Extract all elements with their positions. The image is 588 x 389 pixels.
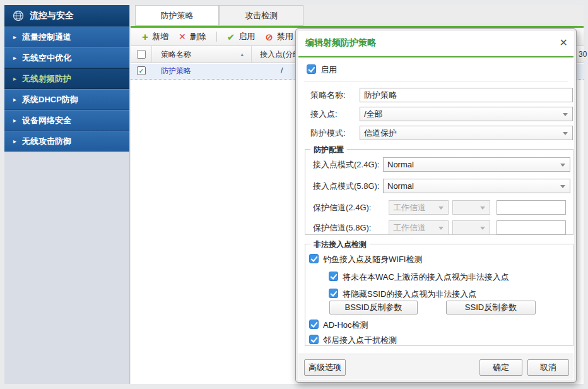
protect-channel-24-num-select: [452, 200, 490, 215]
cancel-button[interactable]: 取消: [527, 359, 569, 376]
sidebar: 流控与安全 ▸流量控制通道 ▸无线空中优化 ▸无线射频防护 ▸系统DHCP防御 …: [4, 5, 130, 384]
dialog-title-underline: [298, 56, 573, 57]
sidebar-item-label: 无线空中优化: [22, 53, 71, 63]
add-button-label: 新增: [152, 31, 168, 42]
chevron-down-icon: [480, 206, 485, 210]
ap-mode-24-select[interactable]: Normal: [383, 157, 570, 172]
select-all-checkbox[interactable]: [137, 50, 146, 59]
plus-icon: +: [142, 32, 148, 42]
ap-mode-24-value: Normal: [387, 160, 414, 169]
neighbor-interference-label: 邻居接入点干扰检测: [323, 335, 397, 345]
ap-mode-24-label: 接入点模式(2.4G):: [313, 157, 379, 172]
divider: [304, 81, 568, 81]
column-header-policy-name[interactable]: 策略名称 ▴: [152, 46, 252, 63]
dialog-inner: 编辑射频防护策略 ✕ 启用 策略名称: 接入点: /全部 防护模式: 信道保护 …: [298, 31, 574, 380]
sidebar-item-system-dhcp-defense[interactable]: ▸系统DHCP防御: [4, 89, 129, 110]
adhoc-checkbox[interactable]: [309, 320, 319, 329]
chevron-down-icon: [480, 227, 485, 230]
toolbar-separator: [216, 32, 217, 42]
sidebar-item-wireless-attack-defense[interactable]: ▸无线攻击防御: [4, 131, 129, 152]
enable-checkbox[interactable]: [307, 64, 316, 74]
phishing-ap-checkbox[interactable]: [309, 254, 319, 263]
not-activated-label: 将未在本WAC上激活的接入点视为非法接入点: [343, 272, 509, 282]
chevron-right-icon: ▸: [13, 117, 16, 124]
protection-config-legend: 防护配置: [310, 145, 347, 155]
column-header-label: 策略名称: [161, 50, 191, 59]
access-point-select-value: /全部: [364, 109, 383, 119]
protect-channel-24-input[interactable]: [497, 200, 566, 215]
hidden-ssid-label: 将隐藏SSID的接入点视为非法接入点: [343, 289, 476, 299]
advanced-options-button[interactable]: 高级选项: [304, 359, 346, 376]
access-point-select[interactable]: /全部: [360, 107, 573, 121]
edit-rf-protection-dialog: 编辑射频防护策略 ✕ 启用 策略名称: 接入点: /全部 防护模式: 信道保护 …: [295, 28, 577, 383]
globe-icon: [13, 10, 24, 21]
access-point-label: 接入点:: [310, 107, 338, 121]
ap-mode-58-select[interactable]: Normal: [383, 179, 570, 193]
protect-channel-58-type-select: 工作信道: [389, 220, 449, 235]
enable-checkbox-label: 启用: [320, 65, 337, 75]
protection-mode-label: 防护模式:: [310, 126, 346, 140]
enable-button[interactable]: ✔ 启用: [227, 31, 256, 42]
ap-mode-58-value: Normal: [387, 181, 414, 191]
chevron-right-icon: ▸: [13, 75, 16, 82]
chevron-down-icon: [563, 132, 568, 135]
protect-channel-24-type-select: 工作信道: [389, 200, 449, 215]
protection-mode-select-value: 信道保护: [364, 128, 397, 138]
policy-name-input[interactable]: [360, 88, 573, 102]
chevron-down-icon: [560, 164, 565, 167]
sidebar-header-label: 流控与安全: [30, 10, 74, 21]
policy-name-label: 策略名称:: [310, 88, 346, 102]
add-button[interactable]: + 新增: [142, 31, 168, 42]
tab-strip: 防护策略 攻击检测: [131, 5, 584, 26]
hidden-ssid-checkbox[interactable]: [329, 289, 338, 298]
chevron-down-icon: [560, 185, 565, 188]
adhoc-label: AD-Hoc检测: [323, 320, 368, 330]
sidebar-item-label: 系统DHCP防御: [22, 95, 78, 104]
enable-button-label: 启用: [238, 31, 255, 42]
sidebar-item-label: 无线攻击防御: [22, 136, 71, 146]
chevron-down-icon: [438, 206, 444, 210]
tab-attack-detection[interactable]: 攻击检测: [219, 5, 303, 26]
delete-button[interactable]: ✕ 删除: [179, 31, 206, 42]
chevron-right-icon: ▸: [13, 138, 16, 145]
ban-icon: ⊘: [265, 32, 273, 42]
chevron-down-icon: [563, 113, 568, 116]
sidebar-item-device-network-security[interactable]: ▸设备网络安全: [4, 110, 129, 131]
disable-button-label: 禁用: [277, 31, 293, 42]
policy-name-link[interactable]: 防护策略: [161, 63, 191, 79]
disable-button[interactable]: ⊘ 禁用: [265, 31, 293, 42]
neighbor-interference-checkbox[interactable]: [309, 335, 319, 344]
protect-channel-58-input[interactable]: [497, 220, 566, 235]
ssid-counter-params-button[interactable]: SSID反制参数: [446, 301, 536, 314]
close-icon[interactable]: ✕: [560, 38, 568, 48]
chevron-right-icon: ▸: [13, 54, 16, 61]
rogue-ap-detection-fieldset: 非法接入点检测 钓鱼接入点及随身WIFI检测 将未在本WAC上激活的接入点视为非…: [305, 244, 573, 346]
phishing-ap-label: 钓鱼接入点及随身WIFI检测: [323, 254, 422, 264]
tab-protection-policy[interactable]: 防护策略: [135, 5, 219, 26]
sidebar-item-wireless-rf-protection[interactable]: ▸无线射频防护: [4, 68, 129, 89]
sort-asc-icon: ▴: [240, 46, 244, 63]
bssid-counter-params-button[interactable]: BSSID反制参数: [329, 301, 418, 314]
check-icon: ✔: [227, 32, 235, 42]
sidebar-header: 流控与安全: [4, 5, 129, 27]
protect-channel-58-num-select: [452, 220, 490, 235]
protection-mode-select[interactable]: 信道保护: [360, 126, 573, 140]
not-activated-checkbox[interactable]: [329, 272, 338, 281]
sidebar-item-label: 流量控制通道: [22, 32, 71, 42]
protect-channel-24-label: 保护信道(2.4G):: [313, 200, 371, 215]
app-window: 流控与安全 ▸流量控制通道 ▸无线空中优化 ▸无线射频防护 ▸系统DHCP防御 …: [0, 0, 588, 389]
delete-button-label: 删除: [190, 31, 206, 42]
dialog-footer: 高级选项 确定 取消: [298, 354, 573, 380]
sidebar-item-label: 无线射频防护: [22, 74, 71, 83]
sidebar-item-wireless-air-optimization[interactable]: ▸无线空中优化: [4, 47, 129, 68]
protect-channel-58-type-value: 工作信道: [393, 223, 426, 232]
rogue-ap-detection-legend: 非法接入点检测: [310, 239, 370, 250]
access-point-cell: /: [281, 63, 283, 79]
sidebar-item-label: 设备网络安全: [22, 116, 71, 125]
sidebar-item-traffic-control[interactable]: ▸流量控制通道: [4, 27, 129, 47]
row-checkbox[interactable]: ✓: [137, 66, 146, 75]
chevron-down-icon: [438, 227, 444, 230]
x-icon: ✕: [179, 32, 186, 41]
ok-button[interactable]: 确定: [479, 359, 522, 376]
ap-mode-58-label: 接入点模式(5.8G):: [313, 179, 379, 193]
